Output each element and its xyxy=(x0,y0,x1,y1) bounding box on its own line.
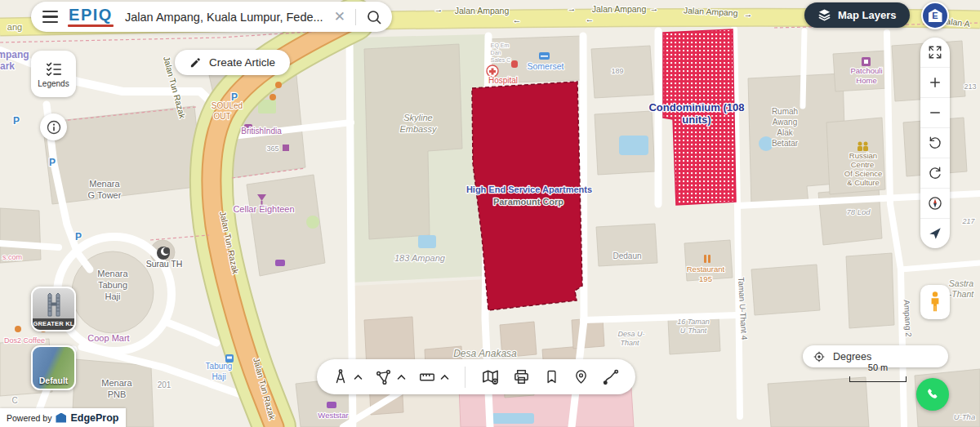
measure-tool-button[interactable] xyxy=(332,368,363,386)
map-label: ang xyxy=(7,22,22,32)
legends-button[interactable]: Legends xyxy=(31,51,76,97)
map-label: OUT xyxy=(213,112,230,121)
edgeprop-avatar[interactable]: E xyxy=(921,2,949,29)
map-label: 183 Ampang xyxy=(394,253,446,263)
map-label: Hospital xyxy=(488,76,518,85)
map-label: 365 xyxy=(266,145,278,153)
cafe-icon xyxy=(270,94,276,100)
map-label: -Thant xyxy=(949,289,974,299)
chevron-up-icon xyxy=(397,374,406,380)
map-label: Skyline xyxy=(403,113,432,122)
polygon-tool-button[interactable] xyxy=(375,368,406,386)
map-label: Haji xyxy=(105,291,121,301)
epiq-logo: EPIQ xyxy=(68,7,114,27)
map-label: Of Science xyxy=(844,169,882,178)
map-label: → xyxy=(744,9,753,19)
search-icon[interactable] xyxy=(366,9,382,25)
whatsapp-button[interactable] xyxy=(916,378,949,411)
map-label: P xyxy=(49,157,56,168)
pegman-button[interactable] xyxy=(920,285,950,319)
map-label: Menara xyxy=(101,378,132,388)
map-label: Dan xyxy=(491,50,501,56)
drafting-compass-icon xyxy=(332,368,350,386)
map-label: Tabung xyxy=(98,280,127,290)
map-layers-label: Map Layers xyxy=(838,9,897,21)
map-style-greater-kl[interactable]: GREATER KL xyxy=(31,287,76,331)
map-label: Weststar xyxy=(318,411,348,420)
bookmark-button[interactable] xyxy=(543,368,560,385)
map-style-default[interactable]: Default xyxy=(31,345,76,390)
epiq-logo-text: EPIQ xyxy=(69,7,113,23)
chevron-up-icon xyxy=(354,374,363,380)
map-label: Dos2 Coffee xyxy=(4,336,45,345)
map-label: Desa U- xyxy=(617,330,644,338)
restaurant-icon xyxy=(704,255,706,263)
map-label: High End Service Apartments xyxy=(466,185,592,194)
fullscreen-button[interactable] xyxy=(920,38,950,67)
edgeprop-brand-label[interactable]: EdgeProp xyxy=(70,412,118,424)
search-input[interactable] xyxy=(123,10,324,24)
locate-button[interactable] xyxy=(920,218,950,248)
crosshair-icon xyxy=(813,350,826,363)
rotate-ccw-icon xyxy=(928,136,942,150)
print-icon xyxy=(512,367,531,386)
hamburger-menu-icon[interactable] xyxy=(42,11,58,23)
drawing-toolbar xyxy=(317,359,635,394)
create-article-button[interactable]: Create Article xyxy=(175,50,290,75)
rotate-ccw-button[interactable] xyxy=(920,127,950,158)
cafe-icon xyxy=(15,326,21,332)
map-label: Betatar xyxy=(772,139,799,148)
route-tool-button[interactable] xyxy=(602,367,621,386)
map-label: mpang xyxy=(0,49,29,60)
map-label: Centre xyxy=(851,160,875,169)
bookmark-icon xyxy=(543,368,560,385)
map-label: PNB xyxy=(108,389,127,399)
map-label: SOULed xyxy=(212,101,243,110)
map-label: ← xyxy=(586,14,595,24)
cafe-icon xyxy=(275,82,282,88)
default-style-label: Default xyxy=(33,376,74,385)
zoom-out-button[interactable] xyxy=(920,97,950,127)
zoom-in-button[interactable] xyxy=(920,67,950,97)
map-label: → xyxy=(650,3,659,13)
map-label: Jalan Ampang xyxy=(592,4,647,14)
shop-icon xyxy=(283,145,289,151)
map-label: Jalan Ampang xyxy=(455,6,510,16)
pin-icon xyxy=(572,368,590,385)
info-button[interactable] xyxy=(40,113,67,140)
map-label: 195 xyxy=(699,274,712,283)
location-pin-button[interactable] xyxy=(572,368,590,385)
map-label: & Culture xyxy=(847,178,880,187)
map-label: Embassy xyxy=(399,124,438,134)
map-label: EQ Em xyxy=(491,42,510,49)
map-label: Dedaun xyxy=(612,251,641,260)
ruler-tool-button[interactable] xyxy=(418,368,449,386)
map-view-button[interactable] xyxy=(481,367,500,386)
polygon-icon xyxy=(375,368,393,386)
pegman-icon xyxy=(929,291,942,314)
fullscreen-icon xyxy=(928,45,942,60)
map-label: Somerset xyxy=(528,61,564,71)
map-label: G Tower xyxy=(88,190,122,200)
map-label: U-Thant xyxy=(680,327,707,335)
map-layers-button[interactable]: Map Layers xyxy=(804,2,910,28)
map-label: Paramount Corp xyxy=(493,197,564,207)
compass-button[interactable] xyxy=(920,188,950,218)
toolbar-divider xyxy=(465,367,466,388)
legends-icon xyxy=(45,60,63,77)
map-label: ← xyxy=(513,15,522,24)
rotate-cw-button[interactable] xyxy=(920,158,950,188)
close-icon[interactable]: ✕ xyxy=(334,10,345,24)
overlay-high-end-service-apartments[interactable] xyxy=(472,82,582,310)
epiq-logo-tagline xyxy=(68,24,114,27)
search-bar[interactable]: EPIQ ✕ xyxy=(31,2,392,32)
map-label: Surau TH xyxy=(146,259,183,269)
map-label: Restaurant xyxy=(687,265,725,274)
edgeprop-brand-icon xyxy=(56,413,66,423)
print-button[interactable] xyxy=(512,367,531,386)
pencil-icon xyxy=(189,56,202,69)
map-label: 16 Taman xyxy=(677,318,710,326)
map-label: Alak xyxy=(777,128,793,137)
map-label: P xyxy=(13,115,20,127)
powered-by-label: Powered by xyxy=(7,413,51,423)
